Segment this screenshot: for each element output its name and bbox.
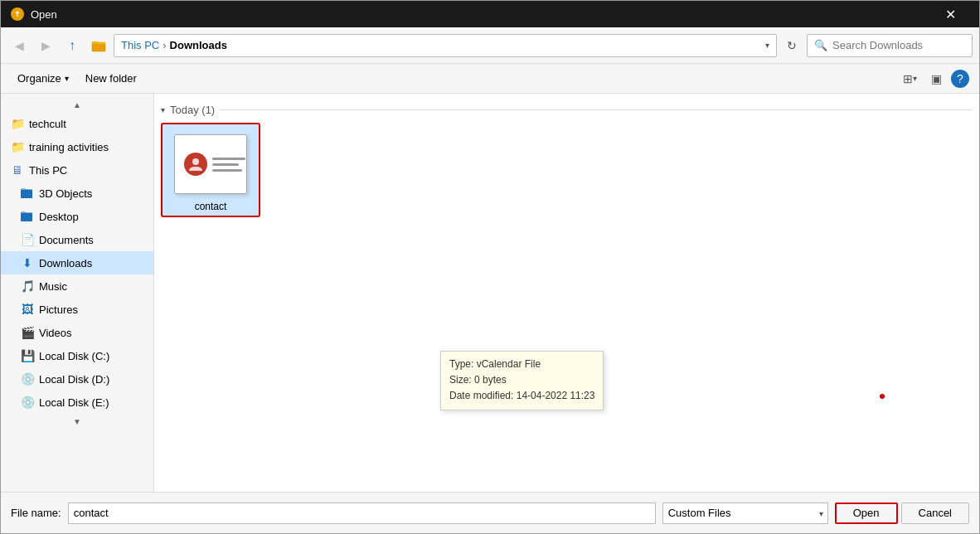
sidebar-item-techcult[interactable]: 📁 techcult xyxy=(1,112,153,135)
refresh-icon: ↻ xyxy=(787,39,797,52)
file-type-select-wrapper: Custom Files All Files (*.*) ▾ xyxy=(662,502,828,524)
address-path[interactable]: This PC › Downloads ▾ xyxy=(114,34,777,57)
sidebar-item-videos[interactable]: 🎬 Videos xyxy=(1,321,153,344)
red-dot-indicator xyxy=(880,394,885,399)
toolbar: Organize ▾ New folder ⊞ ▾ ▣ ? xyxy=(1,64,979,94)
sidebar-label: This PC xyxy=(29,164,67,177)
help-button[interactable]: ? xyxy=(951,70,969,88)
desktop-icon xyxy=(21,210,34,223)
new-folder-label: New folder xyxy=(85,72,137,85)
sidebar-item-diskd[interactable]: 💿 Local Disk (D:) xyxy=(1,367,153,391)
contact-icon-inner xyxy=(184,143,237,186)
file-type-select[interactable]: Custom Files All Files (*.*) xyxy=(662,502,828,524)
sidebar-item-documents[interactable]: 📄 Documents xyxy=(1,228,153,251)
forward-button[interactable]: ▶ xyxy=(34,34,57,57)
svg-rect-3 xyxy=(21,213,32,221)
titlebar: Open ✕ xyxy=(1,1,979,27)
crumb-thispc: This PC xyxy=(121,39,159,51)
sidebar-label: techcult xyxy=(29,118,66,130)
sidebar-label: Music xyxy=(39,280,67,293)
back-icon: ◀ xyxy=(15,39,24,52)
group-header: ▾ Today (1) xyxy=(161,100,973,123)
search-icon: 🔍 xyxy=(814,39,827,51)
tooltip-date: Date modified: 14-04-2022 11:23 xyxy=(449,388,594,404)
videos-icon: 🎬 xyxy=(21,326,34,339)
sidebar-item-diske[interactable]: 💿 Local Disk (E:) xyxy=(1,391,153,414)
group-header-line xyxy=(220,109,973,110)
disk-d-icon: 💿 xyxy=(21,372,34,386)
file-name-label: File name: xyxy=(11,507,61,519)
sidebar-item-music[interactable]: 🎵 Music xyxy=(1,274,153,298)
view-dropdown-icon: ▾ xyxy=(913,74,917,83)
help-icon: ? xyxy=(957,72,963,85)
sidebar-item-pictures[interactable]: 🖼 Pictures xyxy=(1,298,153,321)
main-content: ▲ 📁 techcult 📁 training activities 🖥 Thi… xyxy=(1,94,979,492)
folder-3d-icon xyxy=(21,187,34,200)
view-toggle-button[interactable]: ⊞ ▾ xyxy=(898,67,921,90)
action-buttons: Open Cancel xyxy=(835,502,969,524)
sidebar-label: Local Disk (C:) xyxy=(39,350,109,362)
back-button[interactable]: ◀ xyxy=(7,34,31,57)
file-tooltip: Type: vCalendar File Size: 0 bytes Date … xyxy=(440,351,604,410)
file-name-input[interactable] xyxy=(68,502,656,524)
up-icon: ↑ xyxy=(69,38,75,53)
dialog-title: Open xyxy=(31,8,931,21)
cancel-button[interactable]: Cancel xyxy=(901,502,969,524)
sidebar-label: Local Disk (E:) xyxy=(39,396,109,409)
files-grid: contact xyxy=(161,123,973,217)
file-item-contact[interactable]: contact xyxy=(161,123,260,217)
sidebar-scroll-up[interactable]: ▲ xyxy=(1,97,153,112)
file-area[interactable]: ▾ Today (1) xyxy=(154,94,979,492)
crumb-sep-1: › xyxy=(163,39,166,51)
search-input[interactable] xyxy=(832,39,965,51)
pane-icon: ▣ xyxy=(931,72,942,85)
addressbar: ◀ ▶ ↑ This PC › Downloads ▾ ↻ 🔍 xyxy=(1,27,979,64)
sidebar-item-3dobjects[interactable]: 3D Objects xyxy=(1,182,153,205)
group-chevron-icon: ▾ xyxy=(161,105,165,114)
organize-button[interactable]: Organize ▾ xyxy=(11,68,75,90)
sidebar-label: Desktop xyxy=(39,211,79,223)
refresh-button[interactable]: ↻ xyxy=(780,34,803,57)
organize-dropdown-icon: ▾ xyxy=(65,74,69,83)
sidebar-item-thispc[interactable]: 🖥 This PC xyxy=(1,158,153,182)
documents-icon: 📄 xyxy=(21,233,34,246)
organize-label: Organize xyxy=(17,72,61,85)
sidebar-item-training[interactable]: 📁 training activities xyxy=(1,135,153,158)
file-label: contact xyxy=(195,201,227,212)
sidebar-label: Documents xyxy=(39,234,94,246)
contact-line-1 xyxy=(212,158,245,160)
up-button[interactable]: ↑ xyxy=(61,34,84,57)
sidebar-item-downloads[interactable]: ⬇ Downloads xyxy=(1,251,153,274)
sidebar-label: Downloads xyxy=(39,257,92,269)
home-folder-button[interactable] xyxy=(87,34,110,57)
sidebar-label: 3D Objects xyxy=(39,187,92,200)
sidebar-label: training activities xyxy=(29,141,109,153)
downloads-icon: ⬇ xyxy=(21,256,34,269)
address-dropdown-button[interactable]: ▾ xyxy=(765,41,769,50)
svg-point-4 xyxy=(192,158,199,165)
contact-lines xyxy=(212,158,245,172)
open-button[interactable]: Open xyxy=(835,502,898,524)
pictures-icon: 🖼 xyxy=(21,303,34,316)
bottombar: File name: Custom Files All Files (*.*) … xyxy=(1,492,979,533)
folder-icon: 📁 xyxy=(11,140,24,153)
sidebar-scroll-down[interactable]: ▼ xyxy=(1,414,153,429)
folder-nav-icon xyxy=(91,38,106,53)
sidebar-item-diskc[interactable]: 💾 Local Disk (C:) xyxy=(1,344,153,367)
open-dialog: Open ✕ ◀ ▶ ↑ This PC › Downloads ▾ ↻ xyxy=(0,0,980,534)
contact-line-2 xyxy=(212,163,239,166)
contact-line-3 xyxy=(212,169,242,172)
disk-e-icon: 💿 xyxy=(21,396,34,409)
tooltip-size: Size: 0 bytes xyxy=(449,372,594,388)
search-box[interactable]: 🔍 xyxy=(807,34,973,57)
new-folder-button[interactable]: New folder xyxy=(79,68,143,90)
folder-icon: 📁 xyxy=(11,117,24,130)
toolbar-right: ⊞ ▾ ▣ ? xyxy=(898,67,969,90)
sidebar-label: Pictures xyxy=(39,303,78,316)
music-icon: 🎵 xyxy=(21,279,34,293)
close-button[interactable]: ✕ xyxy=(931,1,969,27)
preview-pane-button[interactable]: ▣ xyxy=(924,67,948,90)
sidebar-item-desktop[interactable]: Desktop xyxy=(1,205,153,228)
sidebar: ▲ 📁 techcult 📁 training activities 🖥 Thi… xyxy=(1,94,154,492)
forward-icon: ▶ xyxy=(41,39,51,52)
